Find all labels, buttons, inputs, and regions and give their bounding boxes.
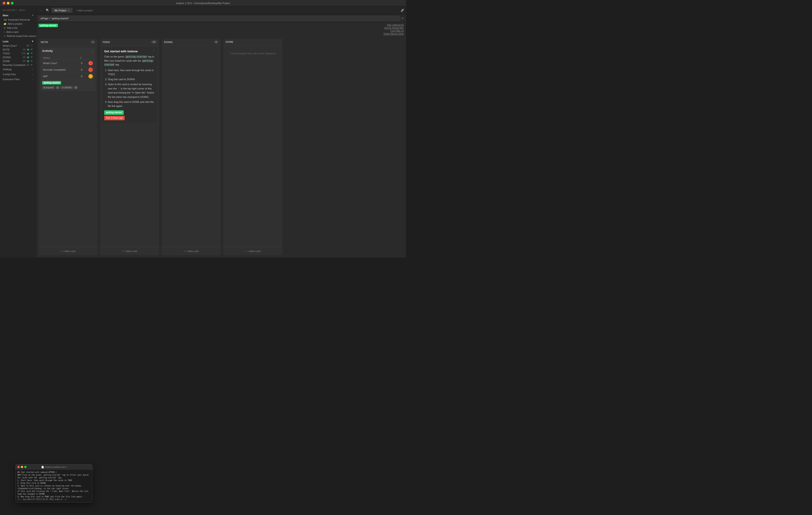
sidebar-item-keyboard-shortcuts[interactable]: ⌨ Keyboard Shortcuts xyxy=(0,18,36,22)
list-icons: 👁 xyxy=(30,44,33,47)
sidebar-config-files[interactable]: Config Files › xyxy=(0,72,36,77)
column-done-body: Cards dropped here will not be displayed xyxy=(223,45,282,247)
eye-icon-done[interactable]: 👁 xyxy=(30,60,33,62)
set-default-filter-link[interactable]: Set the default filter xyxy=(384,27,404,29)
minimize-button[interactable] xyxy=(7,2,9,4)
list-icons-note: ▣ 👁 xyxy=(27,48,33,51)
add-filtered-list-link[interactable]: Add a filtered list xyxy=(387,24,404,26)
column-todo-footer: + + Add a card xyxy=(100,247,159,255)
expand-icon: ⊞ xyxy=(44,86,45,89)
copy-filter-url-link[interactable]: Copy filter url xyxy=(390,30,404,32)
sidebar-settings[interactable]: Settings › xyxy=(0,67,36,72)
eye-icon-todo[interactable]: 👁 xyxy=(30,52,33,55)
eye-icon[interactable]: 👁 xyxy=(30,44,33,47)
add-card-note-button[interactable]: + + Add a card xyxy=(40,249,96,253)
tab-my-project[interactable]: My Project ✕ xyxy=(52,8,72,13)
list-icons-done: ▣ 👁 xyxy=(27,60,33,62)
app-container: MY PROJECT · MENU Main ▾ ⌨ Keyboard Shor… xyxy=(0,6,406,258)
column-note-count: 1 xyxy=(91,40,95,43)
tab-bar: ··· 🔍 My Project ✕ + Add a project 🚀 xyxy=(36,6,406,14)
tags-and-actions: getting-started Add a filtered list Set … xyxy=(36,23,406,36)
window-title: imdone 1.32.0 - /Users/jesse/Desktop/My … xyxy=(176,2,230,4)
column-note-body: Activity ⋮ Status # xyxy=(38,46,97,247)
activity-whats-due-status: 🚩 xyxy=(84,60,94,67)
tab-close-icon[interactable]: ✕ xyxy=(68,9,69,12)
rocket-icon[interactable]: 🚀 xyxy=(401,9,404,12)
activity-col-icon xyxy=(84,56,94,60)
maximize-button[interactable] xyxy=(11,2,13,4)
delete-filtered-cards-link[interactable]: Delete filtered cards xyxy=(383,33,404,35)
copy-icon[interactable]: ▣ xyxy=(27,48,29,51)
activity-table: Status # What's Due? 9 � xyxy=(42,56,94,80)
activity-wip-count: 0 xyxy=(79,73,84,80)
list-icons-doing: ▣ 👁 xyxy=(27,56,33,59)
sidebar-item-add-project[interactable]: 📁 Add a project xyxy=(0,22,36,26)
sidebar-item-note[interactable]: NOTE (1) ▣ 👁 xyxy=(0,48,36,52)
eye-icon-doing[interactable]: 👁 xyxy=(30,56,33,59)
todo-card-body: Click on the green getting-started tag t… xyxy=(104,55,155,120)
tag-getting-started[interactable]: getting-started xyxy=(38,24,58,27)
eye-icon-note[interactable]: 👁 xyxy=(30,48,33,51)
done-placeholder: Cards dropped here will not be displayed xyxy=(225,47,281,60)
eye-icon-rc[interactable]: 👁 xyxy=(30,63,33,66)
plus-icon-doing: + xyxy=(184,250,185,252)
todo-card-tag[interactable]: getting-started xyxy=(104,110,124,115)
sidebar-item-done[interactable]: DONE (0) ▣ 👁 xyxy=(0,59,36,63)
board-area: NOTE 1 Activity ⋮ Status xyxy=(36,36,406,258)
filter-clear-icon[interactable]: ✕ xyxy=(402,17,404,20)
todo-card-due: Due 3 hours ago xyxy=(104,116,125,120)
sidebar-item-whats-due[interactable]: What's Due? (9) 👁 xyxy=(0,44,36,48)
sidebar-extension-files[interactable]: Extension Files › xyxy=(0,77,36,82)
activity-footer: ⊞ expand 1 ↻ refresh 1 xyxy=(42,86,94,89)
sidebar-item-add-list[interactable]: ☰ Add a list xyxy=(0,26,36,30)
sidebar-item-recently-completed[interactable]: Recently Completed (0) 👁 xyxy=(0,63,36,67)
expand-count-badge: 1 xyxy=(56,86,60,89)
column-todo: TODO 12 ⋮ Get started with imdone Click … xyxy=(100,39,159,255)
expand-button[interactable]: ⊞ expand xyxy=(42,86,55,89)
sidebar-item-doing[interactable]: DOING (0) ▣ 👁 xyxy=(0,55,36,59)
column-doing-body xyxy=(162,46,221,247)
activity-menu-icon[interactable]: ⋮ xyxy=(91,50,94,54)
copy-icon-doing[interactable]: ▣ xyxy=(27,56,29,59)
list-icons-rc: 👁 xyxy=(30,63,33,66)
copy-icon-todo[interactable]: ▣ xyxy=(27,52,29,55)
lists-section-header: Lists ▾ xyxy=(0,38,36,44)
filter-input[interactable] xyxy=(38,16,400,21)
activity-recently-completed-label: Recently Completed xyxy=(42,67,79,73)
sidebar-item-add-card[interactable]: + Add a card xyxy=(0,30,36,34)
filter-bar: ✕ xyxy=(36,14,406,23)
todo-card-menu-icon[interactable]: ⋮ xyxy=(152,49,155,52)
tab-label: My Project xyxy=(55,9,66,12)
activity-tag[interactable]: getting-started xyxy=(42,81,61,85)
column-done-footer: + + Add a card xyxy=(223,247,282,255)
status-red-icon-2: 🚩 xyxy=(88,67,93,72)
column-done-header: DONE xyxy=(223,39,282,45)
sidebar-item-refresh-board[interactable]: ↻ Refresh board from source xyxy=(0,34,36,38)
copy-icon-done[interactable]: ▣ xyxy=(27,60,29,62)
add-card-doing-button[interactable]: + + Add a card xyxy=(164,249,219,253)
sidebar-item-todo[interactable]: TODO (12) ▣ 👁 xyxy=(0,52,36,55)
add-card-done-button[interactable]: + + Add a card xyxy=(225,249,281,253)
refresh-button[interactable]: ↻ refresh xyxy=(60,86,73,89)
close-button[interactable] xyxy=(3,2,5,4)
column-todo-body: ⋮ Get started with imdone Click on the g… xyxy=(100,46,159,247)
todo-step-4: Now drag this card to DONE and click the… xyxy=(108,100,155,108)
refresh-count-badge: 1 xyxy=(74,86,78,89)
folder-icon: 📁 xyxy=(4,23,6,25)
main-content: ··· 🔍 My Project ✕ + Add a project 🚀 ✕ g… xyxy=(36,6,406,258)
traffic-lights xyxy=(3,2,13,4)
search-icon[interactable]: 🔍 xyxy=(45,9,51,12)
todo-card-steps: Start here, then work through the cards … xyxy=(104,68,155,108)
column-todo-header: TODO 12 xyxy=(100,39,159,46)
inline-code-2: getting-started xyxy=(104,59,154,66)
column-doing-header: DOING 0 xyxy=(162,39,221,46)
actions-area: Add a filtered list Set the default filt… xyxy=(383,24,404,35)
add-card-todo-button[interactable]: + + Add a card xyxy=(102,249,157,253)
todo-step-2: Drag this card to DOING xyxy=(108,77,155,82)
add-project-tab[interactable]: + Add a project xyxy=(74,8,96,13)
more-icon[interactable]: ··· xyxy=(38,9,44,12)
refresh-icon: ↻ xyxy=(4,35,5,37)
column-note-header: NOTE 1 xyxy=(38,39,97,46)
lists-chevron-icon: ▾ xyxy=(32,40,33,43)
list-icons-todo: ▣ 👁 xyxy=(27,52,33,55)
